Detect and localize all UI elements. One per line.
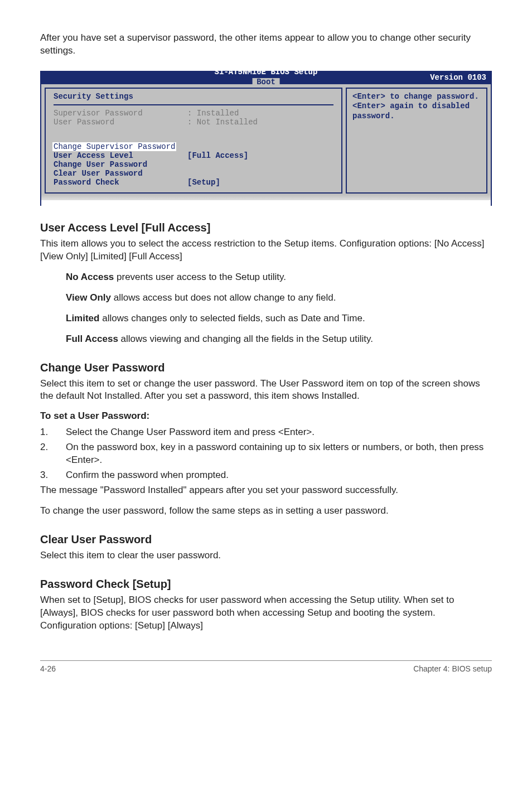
password-check-value: [Setup] bbox=[187, 178, 220, 187]
password-check-heading: Password Check [Setup] bbox=[40, 578, 492, 591]
full-access-text: allows viewing and changing all the fiel… bbox=[118, 334, 373, 344]
step-3-text: Confirm the password when prompted. bbox=[66, 469, 492, 482]
password-check-row: Password Check [Setup] bbox=[54, 178, 333, 187]
bios-screenshot: x S1-AT5NM10E BIOS Setup Boot Version 01… bbox=[40, 71, 492, 206]
bios-left-panel: Security Settings Supervisor Password : … bbox=[45, 88, 342, 194]
user-access-level-row: User Access Level [Full Access] bbox=[54, 151, 333, 160]
step-2-text: On the password box, key in a password c… bbox=[66, 441, 492, 467]
bios-section-title: Security Settings bbox=[54, 92, 333, 103]
step-3-number: 3. bbox=[40, 469, 66, 482]
change-password-note: To change the user password, follow the … bbox=[40, 505, 492, 518]
no-access-line: No Access prevents user access to the Se… bbox=[66, 271, 492, 284]
footer-page-number: 4-26 bbox=[40, 664, 56, 673]
clear-user-password-heading: Clear User Password bbox=[40, 533, 492, 546]
user-access-level-desc: This item allows you to select the acces… bbox=[40, 238, 492, 263]
change-user-password-heading: Change User Password bbox=[40, 361, 492, 374]
step-1: 1. Select the Change User Password item … bbox=[40, 426, 492, 439]
change-user-password-row: Change User Password bbox=[54, 160, 333, 169]
change-user-password-label: Change User Password bbox=[54, 160, 187, 169]
user-password-row: User Password : Not Installed bbox=[54, 118, 333, 127]
bios-help-line-1: <Enter> to change password. bbox=[352, 92, 481, 102]
user-password-value: : Not Installed bbox=[187, 118, 258, 127]
clear-user-password-row: Clear User Password bbox=[54, 169, 333, 178]
user-access-level-heading: User Access Level [Full Access] bbox=[40, 221, 492, 234]
set-user-password-subhead: To set a User Password: bbox=[40, 410, 492, 422]
password-check-label: Password Check bbox=[54, 178, 187, 187]
password-check-desc: When set to [Setup], BIOS checks for use… bbox=[40, 594, 492, 632]
full-access-line: Full Access allows viewing and changing … bbox=[66, 333, 492, 346]
full-access-bold: Full Access bbox=[66, 334, 118, 344]
page-footer: 4-26 Chapter 4: BIOS setup bbox=[40, 660, 492, 673]
view-only-bold: View Only bbox=[66, 292, 111, 303]
limited-bold: Limited bbox=[66, 313, 99, 323]
supervisor-password-label: Supervisor Password bbox=[54, 109, 187, 118]
bios-help-line-2: <Enter> again to disabled password. bbox=[352, 102, 481, 121]
change-supervisor-password-row: Change Supervisor Password bbox=[54, 142, 333, 151]
clear-user-password-label: Clear User Password bbox=[54, 169, 187, 178]
limited-text: allows changes only to selected fields, … bbox=[99, 313, 365, 323]
supervisor-password-row: Supervisor Password : Installed bbox=[54, 109, 333, 118]
step-3: 3. Confirm the password when prompted. bbox=[40, 469, 492, 482]
step-1-text: Select the Change User Password item and… bbox=[66, 426, 492, 439]
change-supervisor-password-label: Change Supervisor Password bbox=[52, 142, 176, 151]
step-2-number: 2. bbox=[40, 441, 66, 467]
step-1-number: 1. bbox=[40, 426, 66, 439]
bios-fade bbox=[40, 194, 492, 206]
no-access-text: prevents user access to the Setup utilit… bbox=[114, 272, 286, 282]
set-user-password-steps: 1. Select the Change User Password item … bbox=[40, 426, 492, 482]
intro-paragraph: After you have set a supervisor password… bbox=[40, 32, 492, 57]
step-2: 2. On the password box, key in a passwor… bbox=[40, 441, 492, 467]
view-only-text: allows access but does not allow change … bbox=[111, 292, 336, 303]
password-installed-note: The message "Password Installed" appears… bbox=[40, 484, 492, 497]
user-access-level-value: [Full Access] bbox=[187, 151, 248, 160]
limited-line: Limited allows changes only to selected … bbox=[66, 312, 492, 325]
bios-help-panel: <Enter> to change password. <Enter> agai… bbox=[346, 88, 487, 194]
user-password-label: User Password bbox=[54, 118, 187, 127]
no-access-bold: No Access bbox=[66, 272, 114, 282]
view-only-line: View Only allows access but does not all… bbox=[66, 292, 492, 305]
user-access-level-label: User Access Level bbox=[54, 151, 187, 160]
clear-user-password-desc: Select this item to clear the user passw… bbox=[40, 549, 492, 562]
bios-title: S1-AT5NM10E BIOS Setup bbox=[215, 68, 318, 76]
footer-chapter: Chapter 4: BIOS setup bbox=[413, 664, 492, 673]
bios-version: Version 0103 bbox=[430, 73, 486, 82]
bios-tab-boot: Boot bbox=[252, 78, 280, 86]
supervisor-password-value: : Installed bbox=[187, 109, 239, 118]
bios-title-bar: x S1-AT5NM10E BIOS Setup Boot Version 01… bbox=[40, 71, 492, 84]
change-user-password-desc: Select this item to set or change the us… bbox=[40, 378, 492, 403]
